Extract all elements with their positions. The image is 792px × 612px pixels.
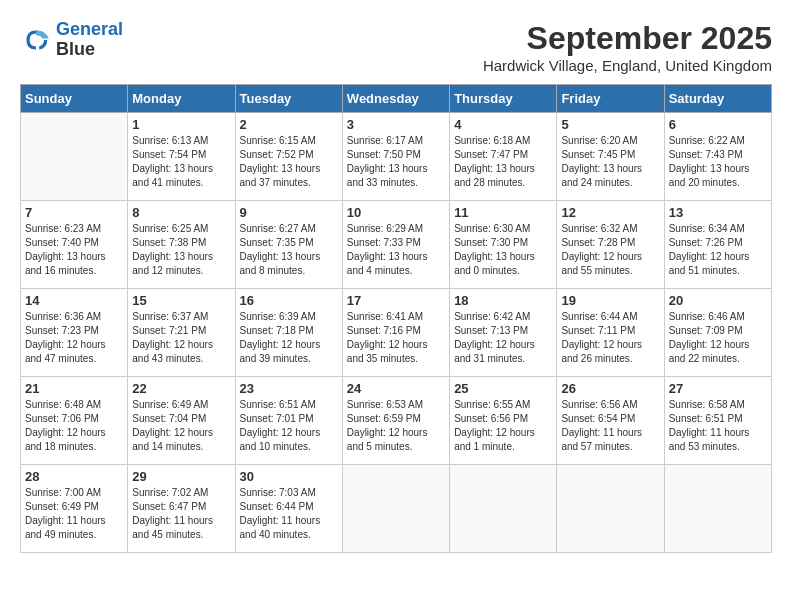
calendar-cell: 27Sunrise: 6:58 AMSunset: 6:51 PMDayligh… [664,377,771,465]
day-detail: Sunrise: 6:58 AMSunset: 6:51 PMDaylight:… [669,398,767,454]
calendar-cell: 14Sunrise: 6:36 AMSunset: 7:23 PMDayligh… [21,289,128,377]
month-title: September 2025 [483,20,772,57]
day-detail: Sunrise: 6:18 AMSunset: 7:47 PMDaylight:… [454,134,552,190]
calendar-cell: 24Sunrise: 6:53 AMSunset: 6:59 PMDayligh… [342,377,449,465]
day-detail: Sunrise: 6:13 AMSunset: 7:54 PMDaylight:… [132,134,230,190]
day-detail: Sunrise: 6:42 AMSunset: 7:13 PMDaylight:… [454,310,552,366]
day-number: 9 [240,205,338,220]
day-detail: Sunrise: 6:39 AMSunset: 7:18 PMDaylight:… [240,310,338,366]
day-number: 1 [132,117,230,132]
day-number: 4 [454,117,552,132]
day-number: 10 [347,205,445,220]
day-number: 11 [454,205,552,220]
day-number: 20 [669,293,767,308]
calendar-cell: 12Sunrise: 6:32 AMSunset: 7:28 PMDayligh… [557,201,664,289]
calendar-cell [450,465,557,553]
calendar-cell: 13Sunrise: 6:34 AMSunset: 7:26 PMDayligh… [664,201,771,289]
location: Hardwick Village, England, United Kingdo… [483,57,772,74]
day-number: 27 [669,381,767,396]
column-header-monday: Monday [128,85,235,113]
day-detail: Sunrise: 7:02 AMSunset: 6:47 PMDaylight:… [132,486,230,542]
day-detail: Sunrise: 7:03 AMSunset: 6:44 PMDaylight:… [240,486,338,542]
day-number: 12 [561,205,659,220]
day-number: 8 [132,205,230,220]
day-detail: Sunrise: 6:32 AMSunset: 7:28 PMDaylight:… [561,222,659,278]
calendar-cell: 30Sunrise: 7:03 AMSunset: 6:44 PMDayligh… [235,465,342,553]
day-detail: Sunrise: 6:56 AMSunset: 6:54 PMDaylight:… [561,398,659,454]
logo: General Blue [20,20,123,60]
calendar-cell: 8Sunrise: 6:25 AMSunset: 7:38 PMDaylight… [128,201,235,289]
title-block: September 2025 Hardwick Village, England… [483,20,772,74]
column-header-saturday: Saturday [664,85,771,113]
day-number: 2 [240,117,338,132]
day-number: 17 [347,293,445,308]
day-detail: Sunrise: 6:55 AMSunset: 6:56 PMDaylight:… [454,398,552,454]
calendar-cell: 28Sunrise: 7:00 AMSunset: 6:49 PMDayligh… [21,465,128,553]
day-number: 15 [132,293,230,308]
day-number: 6 [669,117,767,132]
calendar-cell: 1Sunrise: 6:13 AMSunset: 7:54 PMDaylight… [128,113,235,201]
day-detail: Sunrise: 6:53 AMSunset: 6:59 PMDaylight:… [347,398,445,454]
day-detail: Sunrise: 6:48 AMSunset: 7:06 PMDaylight:… [25,398,123,454]
calendar-cell: 26Sunrise: 6:56 AMSunset: 6:54 PMDayligh… [557,377,664,465]
day-number: 16 [240,293,338,308]
calendar-cell [557,465,664,553]
day-detail: Sunrise: 6:49 AMSunset: 7:04 PMDaylight:… [132,398,230,454]
day-detail: Sunrise: 6:27 AMSunset: 7:35 PMDaylight:… [240,222,338,278]
calendar-cell: 6Sunrise: 6:22 AMSunset: 7:43 PMDaylight… [664,113,771,201]
day-detail: Sunrise: 6:25 AMSunset: 7:38 PMDaylight:… [132,222,230,278]
calendar-cell: 17Sunrise: 6:41 AMSunset: 7:16 PMDayligh… [342,289,449,377]
calendar-cell [21,113,128,201]
day-detail: Sunrise: 6:20 AMSunset: 7:45 PMDaylight:… [561,134,659,190]
calendar-cell: 2Sunrise: 6:15 AMSunset: 7:52 PMDaylight… [235,113,342,201]
calendar-cell: 16Sunrise: 6:39 AMSunset: 7:18 PMDayligh… [235,289,342,377]
column-header-sunday: Sunday [21,85,128,113]
calendar-cell: 3Sunrise: 6:17 AMSunset: 7:50 PMDaylight… [342,113,449,201]
day-number: 22 [132,381,230,396]
calendar-cell [342,465,449,553]
day-detail: Sunrise: 6:30 AMSunset: 7:30 PMDaylight:… [454,222,552,278]
day-number: 30 [240,469,338,484]
column-header-thursday: Thursday [450,85,557,113]
calendar-cell: 19Sunrise: 6:44 AMSunset: 7:11 PMDayligh… [557,289,664,377]
day-detail: Sunrise: 6:17 AMSunset: 7:50 PMDaylight:… [347,134,445,190]
calendar-cell: 11Sunrise: 6:30 AMSunset: 7:30 PMDayligh… [450,201,557,289]
day-number: 7 [25,205,123,220]
day-number: 29 [132,469,230,484]
calendar-cell: 21Sunrise: 6:48 AMSunset: 7:06 PMDayligh… [21,377,128,465]
day-detail: Sunrise: 6:37 AMSunset: 7:21 PMDaylight:… [132,310,230,366]
column-header-wednesday: Wednesday [342,85,449,113]
calendar-cell: 4Sunrise: 6:18 AMSunset: 7:47 PMDaylight… [450,113,557,201]
day-number: 24 [347,381,445,396]
day-detail: Sunrise: 6:22 AMSunset: 7:43 PMDaylight:… [669,134,767,190]
day-number: 26 [561,381,659,396]
day-number: 5 [561,117,659,132]
day-number: 19 [561,293,659,308]
day-detail: Sunrise: 6:29 AMSunset: 7:33 PMDaylight:… [347,222,445,278]
day-number: 14 [25,293,123,308]
calendar-cell: 7Sunrise: 6:23 AMSunset: 7:40 PMDaylight… [21,201,128,289]
day-number: 21 [25,381,123,396]
calendar-cell: 23Sunrise: 6:51 AMSunset: 7:01 PMDayligh… [235,377,342,465]
calendar-cell: 15Sunrise: 6:37 AMSunset: 7:21 PMDayligh… [128,289,235,377]
day-detail: Sunrise: 6:44 AMSunset: 7:11 PMDaylight:… [561,310,659,366]
calendar-cell: 18Sunrise: 6:42 AMSunset: 7:13 PMDayligh… [450,289,557,377]
calendar: SundayMondayTuesdayWednesdayThursdayFrid… [20,84,772,553]
logo-text: General Blue [56,20,123,60]
day-number: 13 [669,205,767,220]
day-detail: Sunrise: 6:34 AMSunset: 7:26 PMDaylight:… [669,222,767,278]
calendar-cell: 10Sunrise: 6:29 AMSunset: 7:33 PMDayligh… [342,201,449,289]
day-detail: Sunrise: 6:46 AMSunset: 7:09 PMDaylight:… [669,310,767,366]
day-number: 28 [25,469,123,484]
day-detail: Sunrise: 6:41 AMSunset: 7:16 PMDaylight:… [347,310,445,366]
calendar-cell: 22Sunrise: 6:49 AMSunset: 7:04 PMDayligh… [128,377,235,465]
calendar-cell: 29Sunrise: 7:02 AMSunset: 6:47 PMDayligh… [128,465,235,553]
day-detail: Sunrise: 6:36 AMSunset: 7:23 PMDaylight:… [25,310,123,366]
calendar-cell: 25Sunrise: 6:55 AMSunset: 6:56 PMDayligh… [450,377,557,465]
column-header-friday: Friday [557,85,664,113]
calendar-cell: 20Sunrise: 6:46 AMSunset: 7:09 PMDayligh… [664,289,771,377]
column-header-tuesday: Tuesday [235,85,342,113]
calendar-cell: 5Sunrise: 6:20 AMSunset: 7:45 PMDaylight… [557,113,664,201]
calendar-cell [664,465,771,553]
day-detail: Sunrise: 6:23 AMSunset: 7:40 PMDaylight:… [25,222,123,278]
